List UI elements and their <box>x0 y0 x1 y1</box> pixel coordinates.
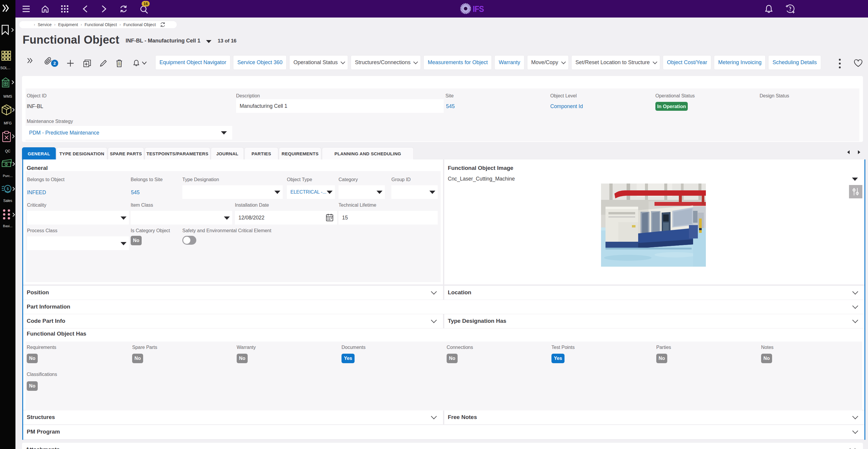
svg-text:$: $ <box>6 187 9 191</box>
